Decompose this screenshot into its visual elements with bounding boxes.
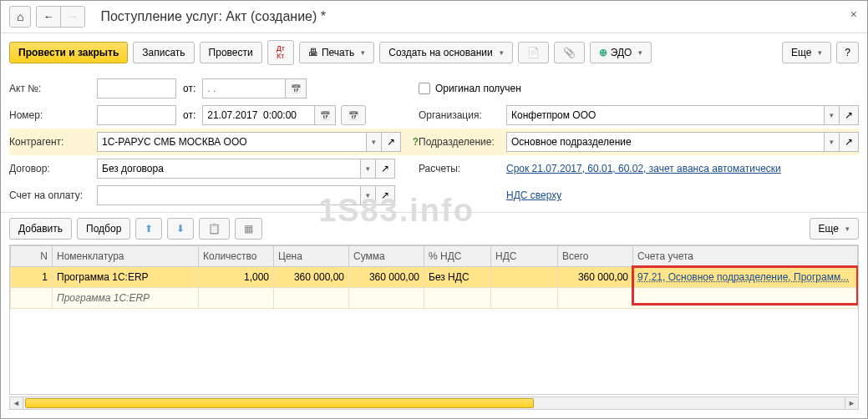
col-accounts[interactable]: Счета учета bbox=[633, 246, 858, 267]
table-subrow[interactable]: Программа 1C:ERP bbox=[11, 288, 858, 309]
doc-button[interactable] bbox=[518, 42, 549, 63]
table-toolbar: Добавить Подбор Еще bbox=[1, 212, 867, 245]
invoice-open[interactable]: ↗ bbox=[376, 185, 395, 205]
cell-sub-9 bbox=[633, 288, 858, 309]
move-down-button[interactable] bbox=[167, 218, 194, 240]
col-price[interactable]: Цена bbox=[274, 246, 349, 267]
from-label-2: от: bbox=[183, 109, 195, 121]
nav-group: ← → bbox=[36, 6, 85, 28]
col-vat-pct[interactable]: % НДС bbox=[424, 246, 491, 267]
contract-open[interactable]: ↗ bbox=[376, 159, 395, 179]
table-more-button[interactable]: Еще bbox=[810, 218, 859, 240]
horizontal-scrollbar[interactable]: ◄ ► bbox=[9, 396, 859, 410]
col-vat[interactable]: НДС bbox=[491, 246, 558, 267]
print-button[interactable]: Печать bbox=[299, 42, 374, 63]
copy-button[interactable] bbox=[199, 218, 230, 240]
cell-accounts[interactable]: 97.21, Основное подразделение, Программ.… bbox=[633, 267, 858, 288]
organization-input[interactable] bbox=[506, 105, 825, 125]
organization-drop[interactable]: ▾ bbox=[825, 105, 840, 125]
settlements-label: Расчеты: bbox=[419, 163, 506, 174]
dtkt-button[interactable]: ДтКт bbox=[267, 40, 294, 65]
invoice-input[interactable] bbox=[97, 185, 361, 205]
col-qty[interactable]: Количество bbox=[199, 246, 274, 267]
subdivision-input[interactable] bbox=[506, 132, 825, 152]
topbar: ← → Поступление услуг: Акт (создание) * … bbox=[1, 1, 867, 33]
print-label: Печать bbox=[322, 47, 354, 58]
attach-button[interactable] bbox=[554, 42, 585, 63]
post-button[interactable]: Провести bbox=[200, 42, 262, 63]
number-date-input[interactable] bbox=[202, 105, 315, 125]
calendar-button-2[interactable] bbox=[315, 105, 336, 125]
cell-sub-nomenclature[interactable]: Программа 1C:ERP bbox=[53, 288, 199, 309]
invoice-drop[interactable]: ▾ bbox=[361, 185, 376, 205]
original-received-checkbox[interactable]: Оригинал получен bbox=[419, 83, 521, 94]
cell-sub-n bbox=[11, 288, 53, 309]
calendar-button-1[interactable] bbox=[286, 78, 307, 98]
counterparty-help-icon[interactable]: ? bbox=[413, 136, 419, 148]
fill-button[interactable] bbox=[235, 218, 262, 240]
cell-sub-4 bbox=[274, 288, 349, 309]
add-row-button[interactable]: Добавить bbox=[9, 218, 72, 240]
save-button[interactable]: Записать bbox=[133, 42, 194, 63]
main-toolbar: Провести и закрыть Записать Провести ДтК… bbox=[1, 33, 867, 72]
contract-drop[interactable]: ▾ bbox=[361, 159, 376, 179]
subdivision-label: Подразделение: bbox=[419, 136, 506, 148]
cell-qty[interactable]: 1,000 bbox=[199, 267, 274, 288]
contract-input[interactable] bbox=[97, 159, 361, 179]
act-num-input[interactable] bbox=[97, 78, 176, 98]
forward-button[interactable]: → bbox=[61, 7, 84, 27]
close-button[interactable]: × bbox=[850, 8, 857, 21]
edo-button[interactable]: ЭДО bbox=[590, 42, 652, 63]
counterparty-input[interactable] bbox=[97, 132, 367, 152]
post-and-close-button[interactable]: Провести и закрыть bbox=[9, 42, 128, 63]
help-button[interactable]: ? bbox=[836, 42, 859, 63]
cell-vat[interactable] bbox=[491, 267, 558, 288]
checkbox-box bbox=[419, 83, 430, 94]
table-row[interactable]: 1 Программа 1С:ERP 1,000 360 000,00 360 … bbox=[11, 267, 858, 288]
cell-nomenclature[interactable]: Программа 1С:ERP bbox=[53, 267, 199, 288]
col-nomenclature[interactable]: Номенклатура bbox=[53, 246, 199, 267]
counterparty-open[interactable]: ↗ bbox=[382, 132, 401, 152]
back-button[interactable]: ← bbox=[37, 7, 61, 27]
counterparty-drop[interactable]: ▾ bbox=[367, 132, 382, 152]
move-up-button[interactable] bbox=[135, 218, 162, 240]
subdivision-open[interactable]: ↗ bbox=[840, 132, 859, 152]
cell-price[interactable]: 360 000,00 bbox=[274, 267, 349, 288]
scroll-right-arrow[interactable]: ► bbox=[845, 397, 858, 409]
cell-vat-pct[interactable]: Без НДС bbox=[424, 267, 491, 288]
cell-sum[interactable]: 360 000,00 bbox=[349, 267, 424, 288]
calendar-extra-button[interactable] bbox=[341, 105, 366, 125]
act-date-input[interactable] bbox=[202, 78, 286, 98]
invoice-label: Счет на оплату: bbox=[9, 189, 97, 201]
col-total[interactable]: Всего bbox=[558, 246, 633, 267]
from-label-1: от: bbox=[183, 83, 195, 94]
cell-sub-6 bbox=[424, 288, 491, 309]
items-table: N Номенклатура Количество Цена Сумма % Н… bbox=[10, 245, 858, 309]
select-button[interactable]: Подбор bbox=[77, 218, 130, 240]
cell-total[interactable]: 360 000,00 bbox=[558, 267, 633, 288]
organization-open[interactable]: ↗ bbox=[840, 105, 859, 125]
page-title: Поступление услуг: Акт (создание) * bbox=[100, 9, 326, 24]
act-num-label: Акт №: bbox=[9, 83, 97, 94]
edo-label: ЭДО bbox=[611, 47, 632, 58]
cell-sub-8 bbox=[558, 288, 633, 309]
scrollbar-thumb[interactable] bbox=[25, 398, 534, 408]
more-button[interactable]: Еще bbox=[782, 42, 831, 63]
print-icon bbox=[308, 47, 318, 58]
scroll-left-arrow[interactable]: ◄ bbox=[10, 397, 23, 409]
vat-link[interactable]: НДС сверху bbox=[506, 189, 561, 201]
cell-sub-7 bbox=[491, 288, 558, 309]
settlements-link[interactable]: Срок 21.07.2017, 60.01, 60.02, зачет ава… bbox=[506, 163, 781, 174]
number-label: Номер: bbox=[9, 109, 97, 121]
accounts-link[interactable]: 97.21, Основное подразделение, Программ.… bbox=[637, 271, 849, 283]
globe-icon bbox=[599, 47, 607, 58]
subdivision-drop[interactable]: ▾ bbox=[825, 132, 840, 152]
col-n[interactable]: N bbox=[11, 246, 53, 267]
cell-n[interactable]: 1 bbox=[11, 267, 53, 288]
home-button[interactable] bbox=[9, 6, 31, 28]
create-based-button[interactable]: Создать на основании bbox=[379, 42, 513, 63]
cell-sub-5 bbox=[349, 288, 424, 309]
col-sum[interactable]: Сумма bbox=[349, 246, 424, 267]
number-input[interactable] bbox=[97, 105, 176, 125]
cell-sub-3 bbox=[199, 288, 274, 309]
